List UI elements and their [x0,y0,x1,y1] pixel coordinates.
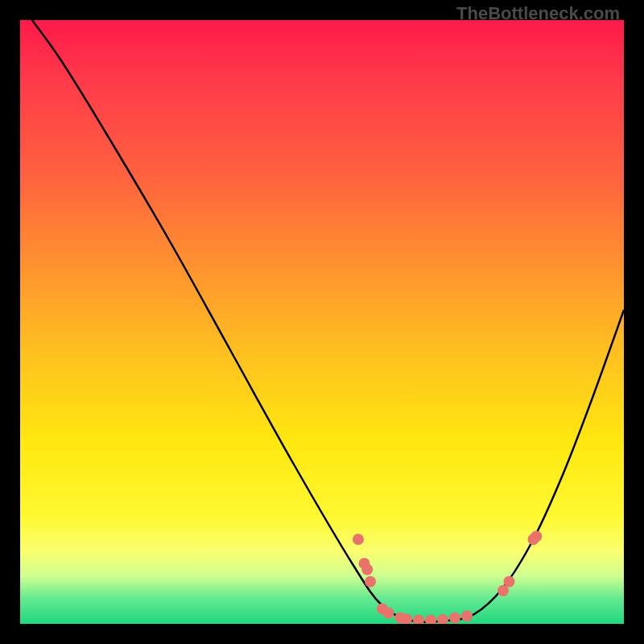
data-point [365,576,376,588]
data-point [383,608,394,619]
chart-svg [20,20,624,624]
data-point [449,613,460,624]
data-point [437,614,448,624]
chart-frame [20,20,624,624]
data-point [425,615,436,625]
data-point [361,564,373,576]
data-point [353,534,364,545]
data-point [504,576,515,588]
data-point [413,615,424,625]
scatter-points [353,530,542,624]
data-point [530,530,542,542]
watermark-text: TheBottleneck.com [456,3,620,24]
data-point [461,610,473,621]
